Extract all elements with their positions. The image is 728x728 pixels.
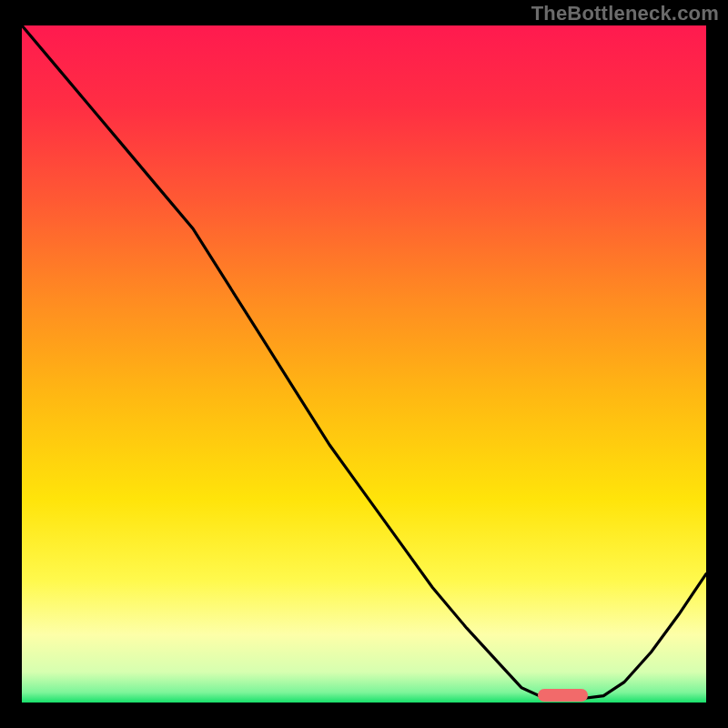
- plot-background: [22, 25, 706, 703]
- watermark-text: TheBottleneck.com: [531, 2, 719, 25]
- optimal-marker: [538, 689, 588, 702]
- chart-svg: [0, 0, 728, 728]
- chart-stage: { "watermark": "TheBottleneck.com", "col…: [0, 0, 728, 728]
